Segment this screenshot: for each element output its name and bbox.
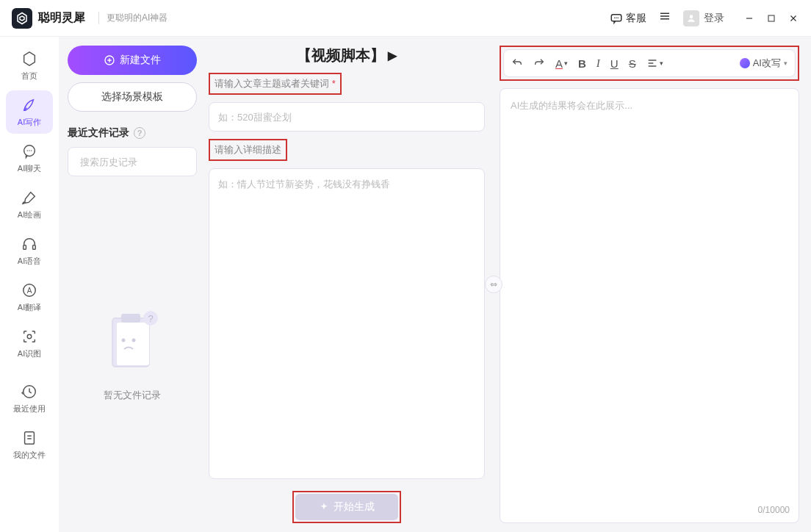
headphone-icon [21, 235, 38, 253]
chat-bubble-icon [610, 12, 623, 25]
maximize-icon [767, 14, 776, 23]
customer-service-label: 客服 [626, 12, 646, 25]
redo-button[interactable] [533, 57, 545, 69]
detail-label: 请输入详细描述 [210, 140, 286, 159]
close-button[interactable] [787, 12, 799, 24]
underline-button[interactable]: U [610, 57, 619, 70]
generate-button[interactable]: 开始生成 [295, 494, 398, 520]
sidebar-item-ai-translate[interactable]: A AI翻译 [6, 276, 53, 319]
app-tagline: 更聪明的AI神器 [98, 12, 167, 24]
history-icon [21, 383, 38, 400]
annotation-box: 请输入文章主题或者关键词 * [209, 73, 342, 95]
empty-files-state: ? 暂无文件记录 [68, 184, 197, 523]
app-logo-icon [12, 8, 32, 29]
svg-point-8 [27, 334, 32, 339]
undo-button[interactable] [511, 57, 523, 69]
svg-point-17 [132, 339, 136, 342]
svg-rect-4 [24, 245, 26, 250]
generate-label: 开始生成 [334, 500, 375, 514]
minimize-icon [744, 13, 754, 24]
redo-icon [533, 57, 545, 69]
align-icon [646, 57, 658, 69]
template-title-text: 【视频脚本】 [297, 46, 385, 65]
sidebar-item-ai-chat[interactable]: AI聊天 [6, 137, 53, 180]
output-column: A▾ B I U S ▾ AI改写 ▾ AI生成的结果将会在此展示... 0/1… [494, 37, 811, 532]
app-name: 聪明灵犀 [38, 10, 85, 26]
char-count: 0/10000 [758, 505, 790, 515]
sidebar-label: AI聊天 [18, 163, 41, 174]
help-icon[interactable]: ? [134, 127, 145, 139]
sidebar-item-recent[interactable]: 最近使用 [6, 377, 53, 420]
detail-textarea[interactable] [209, 168, 485, 479]
sidebar-label: AI写作 [18, 117, 41, 128]
sidebar-item-ai-write[interactable]: AI写作 [6, 90, 53, 134]
choose-template-label: 选择场景模板 [101, 90, 163, 102]
sidebar-label: AI语音 [18, 256, 41, 267]
sidebar-item-home[interactable]: 首页 [6, 44, 53, 87]
translate-icon: A [21, 281, 38, 299]
svg-text:A: A [27, 287, 32, 295]
topic-input[interactable] [209, 102, 485, 132]
strikethrough-button[interactable]: S [629, 57, 636, 70]
search-history-input[interactable] [80, 157, 203, 168]
minimize-button[interactable] [743, 12, 755, 24]
svg-rect-10 [25, 432, 35, 445]
hamburger-icon [658, 10, 671, 23]
svg-text:?: ? [148, 313, 153, 324]
plus-circle-icon [104, 54, 115, 66]
empty-clipboard-icon: ? [99, 305, 165, 378]
file-icon [21, 429, 38, 447]
format-toolbar: A▾ B I U S ▾ AI改写 ▾ [503, 49, 796, 77]
sidebar-label: AI识图 [18, 348, 41, 359]
empty-files-text: 暂无文件记录 [104, 389, 161, 402]
align-button[interactable]: ▾ [646, 57, 663, 69]
search-history-box[interactable] [68, 147, 197, 176]
sidebar-label: 我的文件 [13, 450, 46, 461]
login-label: 登录 [704, 12, 724, 25]
annotation-box: 请输入详细描述 [209, 139, 287, 161]
annotation-box: 开始生成 [292, 491, 401, 523]
sidebar-label: 首页 [21, 71, 37, 82]
sidebar: 首页 AI写作 AI聊天 AI绘画 AI语音 A AI翻译 AI识图 [0, 37, 59, 532]
scan-icon [21, 328, 38, 345]
menu-button[interactable] [658, 10, 671, 26]
maximize-button[interactable] [765, 12, 777, 24]
svg-rect-2 [768, 15, 774, 21]
annotation-box: A▾ B I U S ▾ AI改写 ▾ [500, 46, 799, 81]
italic-button[interactable]: I [596, 57, 600, 70]
ai-rewrite-label: AI改写 [753, 57, 781, 70]
topic-label: 请输入文章主题或者关键词 * [210, 74, 340, 93]
recent-files-header: 最近文件记录 ? [68, 126, 197, 140]
sidebar-item-ai-paint[interactable]: AI绘画 [6, 183, 53, 226]
ai-rewrite-button[interactable]: AI改写 ▾ [740, 57, 787, 70]
play-icon: ▶ [388, 48, 397, 62]
recent-files-label: 最近文件记录 [68, 126, 129, 140]
ai-sparkle-icon [740, 58, 750, 68]
bold-button[interactable]: B [578, 57, 586, 70]
svg-rect-14 [117, 323, 149, 365]
new-file-label: 新建文件 [120, 54, 161, 67]
login-button[interactable]: 登录 [683, 10, 724, 26]
files-panel: 新建文件 选择场景模板 最近文件记录 ? ? [59, 37, 206, 532]
sparkle-icon [319, 502, 329, 512]
titlebar: 聪明灵犀 更聪明的AI神器 客服 登录 [0, 0, 811, 37]
new-file-button[interactable]: 新建文件 [68, 46, 197, 75]
choose-template-button[interactable]: 选择场景模板 [68, 82, 197, 112]
brush-icon [21, 189, 38, 206]
text-color-button[interactable]: A▾ [555, 57, 568, 70]
home-icon [21, 50, 38, 68]
sidebar-item-ai-voice[interactable]: AI语音 [6, 229, 53, 273]
output-placeholder: AI生成的结果将会在此展示... [511, 100, 632, 111]
column-resize-handle[interactable]: ⇔ [485, 276, 502, 293]
titlebar-actions: 客服 登录 [610, 10, 799, 26]
sidebar-item-ai-image-rec[interactable]: AI识图 [6, 322, 53, 365]
close-icon [788, 13, 799, 24]
svg-rect-15 [121, 314, 140, 323]
svg-point-1 [690, 15, 693, 18]
chevron-down-icon: ▾ [784, 60, 787, 67]
output-box[interactable]: AI生成的结果将会在此展示... 0/10000 [500, 88, 799, 523]
editor-column: 【视频脚本】 ▶ 请输入文章主题或者关键词 * 请输入详细描述 开始生成 [206, 37, 494, 532]
sidebar-item-my-files[interactable]: 我的文件 [6, 423, 53, 467]
customer-service-button[interactable]: 客服 [610, 12, 646, 25]
template-title[interactable]: 【视频脚本】 ▶ [209, 46, 485, 65]
